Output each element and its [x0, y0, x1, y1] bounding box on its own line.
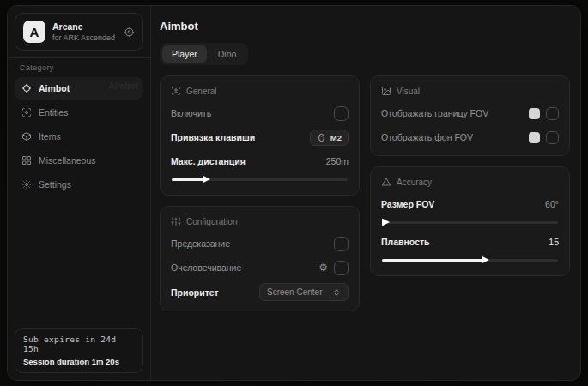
- max-distance-slider[interactable]: [172, 175, 348, 184]
- fov-background-color-swatch[interactable]: [529, 132, 540, 143]
- prediction-label: Предсказание: [171, 238, 230, 249]
- humanization-checkbox[interactable]: [334, 261, 349, 275]
- scan-person-icon: [171, 86, 181, 96]
- slider-thumb[interactable]: [203, 176, 210, 184]
- smoothness-slider[interactable]: [382, 256, 558, 264]
- panel-header-label: Visual: [397, 87, 420, 96]
- smoothness-label: Плавность: [381, 237, 430, 247]
- max-distance-value: 250m: [326, 156, 349, 166]
- priority-select[interactable]: Screen Center: [259, 283, 349, 301]
- sub-expires-text: Sub expires in 24d 15h: [23, 335, 135, 353]
- priority-value: Screen Center: [267, 287, 322, 297]
- sidebar-item-label: Entities: [39, 107, 68, 118]
- fov-border-checkbox[interactable]: [546, 107, 559, 120]
- target-tabs: Player Dino: [160, 43, 248, 65]
- slider-thumb[interactable]: [482, 256, 489, 264]
- target-icon[interactable]: [124, 27, 135, 38]
- priority-label: Приоритет: [171, 287, 219, 298]
- fov-border-label: Отображать границу FOV: [381, 108, 488, 118]
- humanization-label: Очеловечивание: [171, 262, 241, 273]
- general-panel: General Включить Привязка клавиши M2: [160, 75, 360, 196]
- chevrons-up-down-icon: [332, 288, 341, 297]
- sidebar-nav: Aimbot Aimbot Entities Items Miscellane: [8, 75, 150, 197]
- keybind-label: Привязка клавиши: [171, 132, 255, 142]
- keybind-value: M2: [330, 133, 342, 142]
- fov-size-label: Размер FOV: [381, 199, 434, 209]
- fov-size-value: 60°: [545, 199, 559, 209]
- fov-background-checkbox[interactable]: [546, 131, 559, 144]
- configuration-panel: Configuration Предсказание Очеловечивани…: [160, 206, 360, 311]
- scan-icon: [21, 107, 32, 118]
- slider-thumb[interactable]: [382, 219, 390, 226]
- enable-label: Включить: [171, 108, 211, 118]
- panel-header-label: Configuration: [186, 217, 237, 226]
- brand-subtitle: for ARK Ascended: [52, 33, 117, 42]
- max-distance-label: Макс. дистанция: [171, 156, 246, 166]
- sidebar-item-settings[interactable]: Settings: [15, 173, 143, 196]
- main-content: Aimbot Player Dino General Включить: [151, 6, 580, 380]
- sidebar-item-miscellaneous[interactable]: Miscellaneous: [15, 149, 143, 172]
- gear-icon: [21, 179, 32, 190]
- fov-size-slider[interactable]: [382, 218, 558, 226]
- grid-icon: [21, 155, 32, 166]
- sidebar-item-label: Miscellaneous: [39, 155, 96, 166]
- sidebar-item-label: Settings: [39, 179, 71, 190]
- category-label: Category: [8, 57, 150, 75]
- sidebar-item-entities[interactable]: Entities: [15, 101, 143, 124]
- sidebar-item-items[interactable]: Items: [15, 125, 143, 148]
- visual-panel: Visual Отображать границу FOV Отображать…: [370, 75, 570, 156]
- crosshair-icon: [21, 83, 32, 93]
- humanization-gear-icon[interactable]: ⚙: [318, 262, 328, 273]
- package-icon: [21, 131, 32, 142]
- sidebar-item-label: Aimbot: [39, 83, 70, 93]
- sidebar: A Arcane for ARK Ascended Category Aimbo…: [8, 6, 151, 380]
- tab-dino[interactable]: Dino: [209, 45, 246, 63]
- tab-player[interactable]: Player: [162, 45, 207, 63]
- brand-card: A Arcane for ARK Ascended: [15, 13, 143, 51]
- subscription-card: Sub expires in 24d 15h Session duration …: [15, 328, 143, 373]
- brand-title: Arcane: [52, 21, 117, 32]
- mouse-icon: [317, 133, 326, 142]
- sidebar-item-aimbot[interactable]: Aimbot Aimbot: [15, 77, 143, 100]
- accuracy-panel: Accuracy Размер FOV 60° Плавность 15: [370, 166, 570, 276]
- panel-header-label: Accuracy: [397, 178, 432, 187]
- cheat-menu-window: A Arcane for ARK Ascended Category Aimbo…: [7, 5, 581, 381]
- sliders-icon: [171, 216, 181, 226]
- session-duration-text: Session duration 1m 20s: [23, 357, 135, 366]
- enable-checkbox[interactable]: [334, 106, 349, 121]
- fov-border-color-swatch[interactable]: [529, 108, 540, 119]
- fov-background-label: Отображать фон FOV: [381, 132, 473, 142]
- prediction-checkbox[interactable]: [334, 237, 349, 251]
- page-title: Aimbot: [160, 20, 570, 33]
- keybind-button[interactable]: M2: [310, 130, 349, 146]
- ghost-artifact: Aimbot: [109, 81, 138, 91]
- smoothness-value: 15: [549, 237, 559, 247]
- panel-header-label: General: [186, 87, 217, 96]
- triangle-icon: [381, 177, 391, 187]
- sidebar-item-label: Items: [39, 131, 61, 142]
- brand-logo: A: [23, 21, 45, 43]
- image-icon: [381, 86, 391, 96]
